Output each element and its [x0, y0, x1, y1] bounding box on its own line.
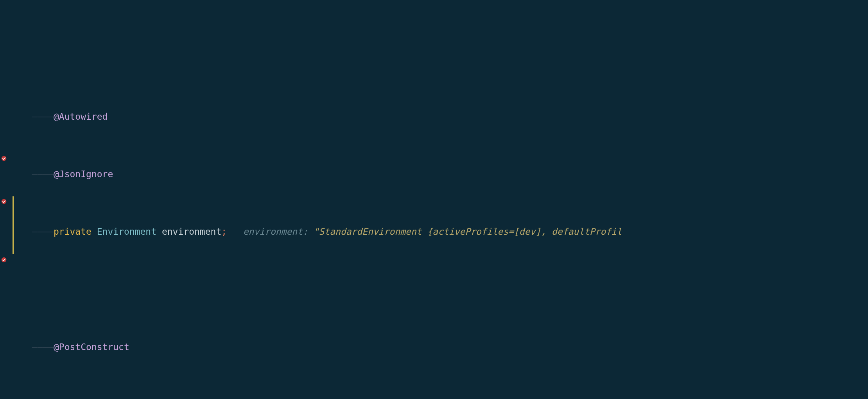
- identifier: environment: [162, 225, 221, 239]
- code-line[interactable]: ————private Environment environment; env…: [16, 225, 868, 239]
- code-line[interactable]: [16, 282, 868, 297]
- keyword: void: [91, 398, 113, 399]
- code-line[interactable]: ————@Autowired: [16, 110, 868, 124]
- code-editor[interactable]: ————@Autowired ————@JsonIgnore ————priva…: [0, 0, 868, 399]
- vcs-change-marker: [13, 196, 14, 254]
- annotation: @PostConstruct: [54, 340, 129, 354]
- keyword: public: [54, 398, 86, 399]
- punct-semi: ;: [221, 225, 227, 239]
- inlay-hint-label: environment:: [243, 225, 314, 239]
- breakpoint-icon[interactable]: [0, 155, 8, 162]
- breakpoint-icon[interactable]: [0, 198, 8, 205]
- indent-guide: ————: [16, 340, 54, 354]
- code-line[interactable]: ————@JsonIgnore: [16, 167, 868, 182]
- indent-guide: ————: [16, 225, 54, 239]
- svg-point-1: [2, 199, 7, 204]
- svg-point-2: [2, 257, 7, 262]
- svg-point-0: [2, 156, 7, 161]
- code-line[interactable]: ————@PostConstruct: [16, 340, 868, 354]
- breakpoint-icon[interactable]: [0, 256, 8, 264]
- punct-brace: {: [156, 398, 162, 399]
- indent-guide: ————: [16, 398, 54, 399]
- code-line[interactable]: ————public void init() {: [16, 398, 868, 399]
- keyword: private: [54, 225, 91, 239]
- inlay-hint-value: "StandardEnvironment {activeProfiles=[de…: [314, 225, 622, 239]
- punct-paren: ): [145, 398, 151, 399]
- code-area[interactable]: ————@Autowired ————@JsonIgnore ————priva…: [16, 0, 868, 399]
- indent-guide: ————: [16, 110, 54, 124]
- annotation: @JsonIgnore: [54, 167, 113, 182]
- punct-paren: (: [140, 398, 146, 399]
- annotation: @Autowired: [54, 110, 108, 124]
- indent-guide: ————: [16, 167, 54, 182]
- type: Environment: [97, 225, 156, 239]
- method: init: [118, 398, 140, 399]
